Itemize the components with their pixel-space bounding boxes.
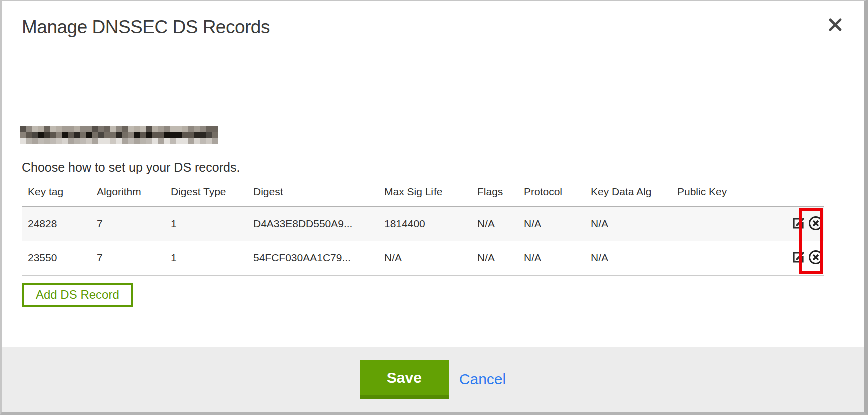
ds-records-table-wrap: Key tag Algorithm Digest Type Digest Max…	[22, 181, 824, 276]
cell-actions	[786, 241, 824, 276]
cell-algorithm: 7	[91, 206, 165, 241]
col-header-protocol: Protocol	[518, 181, 585, 206]
edit-record-button[interactable]	[790, 250, 806, 266]
edit-icon	[790, 250, 806, 267]
cell-flags: N/A	[471, 206, 518, 241]
cell-protocol: N/A	[518, 206, 585, 241]
col-header-digest: Digest	[247, 181, 378, 206]
modal-footer: Save Cancel	[2, 347, 864, 412]
cell-actions	[786, 206, 824, 241]
instruction-text: Choose how to set up your DS records.	[22, 160, 864, 175]
table-header-row: Key tag Algorithm Digest Type Digest Max…	[22, 181, 824, 206]
col-header-public-key: Public Key	[671, 181, 786, 206]
ds-records-table: Key tag Algorithm Digest Type Digest Max…	[22, 181, 824, 276]
close-button[interactable]	[827, 16, 844, 34]
add-ds-record-button[interactable]: Add DS Record	[22, 283, 133, 307]
cell-key-data-alg: N/A	[585, 241, 671, 276]
cell-key-tag: 23550	[22, 241, 91, 276]
delete-record-button[interactable]	[808, 216, 824, 232]
col-header-max-sig-life: Max Sig Life	[378, 181, 471, 206]
cell-digest-type: 1	[165, 241, 247, 276]
cell-algorithm: 7	[91, 241, 165, 276]
table-row: 24828 7 1 D4A33E8DD550A9... 1814400 N/A …	[22, 206, 824, 241]
cell-public-key	[671, 241, 786, 276]
col-header-key-data-alg: Key Data Alg	[585, 181, 671, 206]
cell-digest-type: 1	[165, 206, 247, 241]
delete-icon	[808, 250, 824, 267]
delete-record-button[interactable]	[808, 250, 824, 266]
cell-digest: D4A33E8DD550A9...	[247, 206, 378, 241]
col-header-digest-type: Digest Type	[165, 181, 247, 206]
domain-name-redacted	[20, 126, 218, 144]
table-row: 23550 7 1 54FCF030AA1C79... N/A N/A N/A …	[22, 241, 824, 276]
cell-key-data-alg: N/A	[585, 206, 671, 241]
cell-key-tag: 24828	[22, 206, 91, 241]
edit-icon	[790, 216, 806, 233]
cell-max-sig-life: N/A	[378, 241, 471, 276]
col-header-algorithm: Algorithm	[91, 181, 165, 206]
col-header-key-tag: Key tag	[22, 181, 91, 206]
cell-protocol: N/A	[518, 241, 585, 276]
close-icon	[827, 16, 844, 34]
cancel-link[interactable]: Cancel	[459, 371, 506, 388]
cell-digest: 54FCF030AA1C79...	[247, 241, 378, 276]
manage-dnssec-modal: Manage DNSSEC DS Records Choose how to s…	[0, 0, 868, 415]
cell-max-sig-life: 1814400	[378, 206, 471, 241]
page-title: Manage DNSSEC DS Records	[22, 16, 864, 38]
edit-record-button[interactable]	[790, 216, 806, 232]
cell-public-key	[671, 206, 786, 241]
delete-icon	[808, 216, 824, 233]
col-header-actions	[786, 181, 824, 206]
cell-flags: N/A	[471, 241, 518, 276]
col-header-flags: Flags	[471, 181, 518, 206]
save-button[interactable]: Save	[360, 360, 449, 399]
